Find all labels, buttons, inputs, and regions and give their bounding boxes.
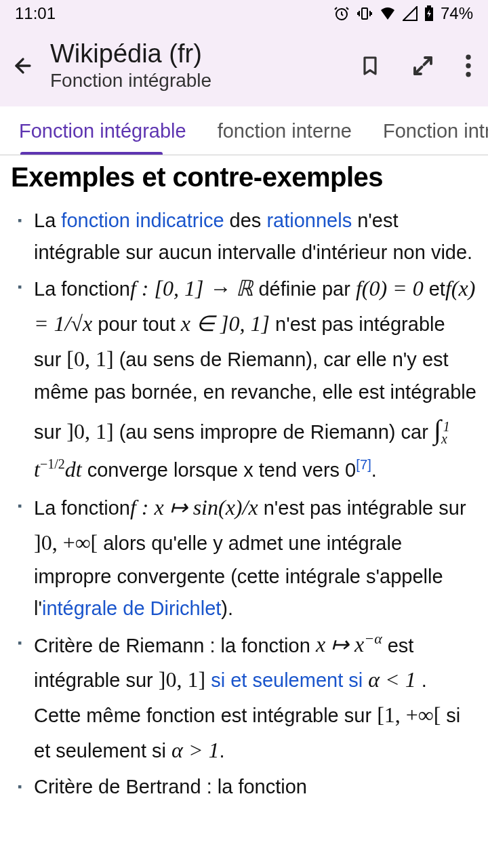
wifi-icon xyxy=(380,6,396,21)
math-expr: x ∈ ]0, 1] xyxy=(181,311,270,336)
svg-rect-3 xyxy=(427,5,431,7)
svg-point-5 xyxy=(466,63,470,68)
header-titles: Wikipédia (fr) Fonction intégrable xyxy=(50,39,359,92)
list-item: La fonction indicatrice des rationnels n… xyxy=(34,205,477,269)
math-expr: ]0, 1] xyxy=(66,419,113,443)
math-expr: [1, +∞[ xyxy=(377,703,441,727)
math-expr: α > 1 xyxy=(171,738,219,762)
tab-fonction-interne[interactable]: fonction interne xyxy=(214,106,364,155)
svg-rect-1 xyxy=(362,8,367,19)
math-expr: ]0, 1] xyxy=(159,667,205,692)
math-expr: f : x ↦ sin(x)/x xyxy=(130,495,258,519)
bookmark-icon xyxy=(359,52,381,79)
svg-point-6 xyxy=(466,72,470,77)
expand-icon xyxy=(411,54,435,78)
more-vertical-icon xyxy=(465,54,472,77)
battery-icon xyxy=(424,5,434,22)
fullscreen-button[interactable] xyxy=(411,54,435,78)
math-expr: f(0) = 0 xyxy=(356,276,424,300)
page-subtitle: Fonction intégrable xyxy=(50,70,359,92)
example-list: La fonction indicatrice des rationnels n… xyxy=(11,205,477,803)
section-heading: Exemples et contre-exemples xyxy=(11,162,477,193)
arrow-left-icon xyxy=(12,54,35,77)
status-icons: 74% xyxy=(333,4,473,23)
math-expr: [0, 1] xyxy=(66,347,113,371)
app-header: Wikipédia (fr) Fonction intégrable xyxy=(0,27,488,106)
list-item: La fonctionf : [0, 1] → ℝ définie par f(… xyxy=(34,271,477,488)
status-bar: 11:01 74% xyxy=(0,0,488,27)
battery-percent: 74% xyxy=(441,4,473,23)
svg-point-4 xyxy=(466,54,470,59)
status-time: 11:01 xyxy=(15,4,56,23)
back-button[interactable] xyxy=(9,54,37,77)
tab-row: Fonction intégrable fonction interne Fon… xyxy=(0,106,488,155)
tab-label: fonction interne xyxy=(218,120,352,142)
tab-fonction-intr[interactable]: Fonction intr xyxy=(379,106,488,155)
math-expr: x ↦ x−α xyxy=(316,632,382,656)
tab-label: Fonction intr xyxy=(383,120,488,142)
more-button[interactable] xyxy=(465,54,472,77)
article-content: Exemples et contre-exemples La fonction … xyxy=(0,155,488,803)
link-rationnels[interactable]: rationnels xyxy=(266,210,352,231)
math-expr: f : [0, 1] → ℝ xyxy=(130,276,253,300)
math-expr: α < 1 xyxy=(368,667,415,692)
alarm-icon xyxy=(333,5,350,22)
list-item: Critère de Bertrand : la fonction xyxy=(34,771,477,803)
vibrate-icon xyxy=(357,5,373,22)
list-item: Critère de Riemann : la fonction x ↦ x−α… xyxy=(34,627,477,768)
link-ssi[interactable]: si et seulement si xyxy=(211,669,363,691)
link-integrale-dirichlet[interactable]: intégrale de Dirichlet xyxy=(42,597,221,619)
tab-label: Fonction intégrable xyxy=(19,120,186,142)
bookmark-button[interactable] xyxy=(359,52,381,79)
reference-7[interactable]: [7] xyxy=(356,458,371,473)
list-item: La fonctionf : x ↦ sin(x)/x n'est pas in… xyxy=(34,490,477,625)
site-title: Wikipédia (fr) xyxy=(50,39,359,68)
signal-icon xyxy=(403,6,418,21)
tab-fonction-integrable[interactable]: Fonction intégrable xyxy=(15,106,199,155)
math-expr: ]0, +∞[ xyxy=(34,530,98,555)
link-fonction-indicatrice[interactable]: fonction indicatrice xyxy=(61,210,224,231)
